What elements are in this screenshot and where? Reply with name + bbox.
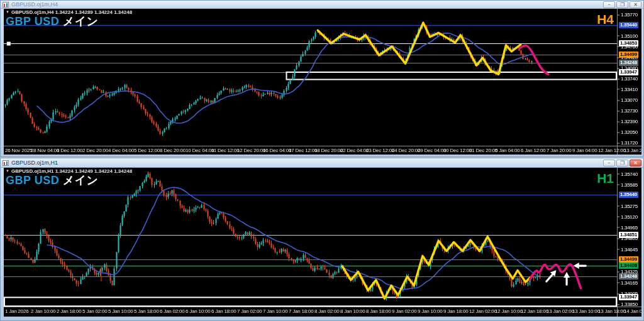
time-tick-label: 23 Dec 12:00 [366, 148, 394, 153]
time-tick-label: 12 Jan 10:00 [495, 308, 523, 314]
time-tick-label: 31 Dec 20:00 [469, 148, 497, 153]
chart-window-h1: GBPUSD.oj1m,H1 – ❐ ✕ ▼GBPUSD.oj1m,H1 1.3… [0, 158, 644, 321]
minimize-button[interactable]: – [603, 1, 615, 8]
price-tick: 1.33070 [621, 97, 638, 103]
time-axis-h4[interactable]: 26 Nov 202528 Nov 04:001 Dec 12:002 Dec … [4, 146, 619, 155]
time-tick-label: 7 Jan 10:00 [263, 308, 288, 314]
time-tick-label: 6 Jan 12:00 [521, 148, 546, 153]
window-title-h4: GBPUSD.oj1m,H4 [11, 1, 58, 8]
time-tick-label: 6 Jan 02:00 [160, 308, 185, 314]
price-level-label: 1.34499 [619, 256, 638, 263]
time-tick-label: 9 Jan 18:00 [443, 308, 469, 314]
time-tick-label: 5 Dec 12:00 [134, 148, 160, 153]
time-tick-label: 5 Jan 10:00 [108, 308, 133, 314]
candlestick-chart-h1[interactable] [4, 168, 641, 317]
price-axis-h1[interactable]: 1.357401.355851.352751.351201.349651.348… [619, 168, 641, 317]
time-tick-label: 16 Dec 04:00 [263, 148, 291, 153]
price-level-label: 1.34851 [619, 232, 638, 238]
time-tick-label: 22 Dec 04:00 [340, 148, 369, 153]
time-tick-label: 10 Dec 04:00 [186, 148, 214, 153]
time-tick-label: 2 Dec 20:00 [82, 148, 108, 153]
mt4-workspace: GBPUSD.oj1m,H4 – ❐ ✕ ▼GBPUSD.oj1m,H4 1.3… [0, 0, 644, 321]
price-level-label: 1.34248 [619, 273, 638, 280]
time-tick-label: 1 Jan 2026 [5, 308, 29, 314]
price-tick: 1.34165 [621, 280, 638, 285]
price-tick: 1.34965 [621, 224, 638, 230]
time-axis-h1[interactable]: 1 Jan 20262 Jan 10:002 Jan 18:005 Jan 02… [4, 307, 619, 315]
price-tick: 1.33410 [621, 86, 638, 92]
time-tick-label: 8 Dec 20:00 [160, 148, 186, 153]
time-tick-label: 1 Dec 12:00 [57, 148, 82, 153]
time-tick-label: 17 Dec 12:00 [289, 148, 317, 153]
chart-window-icon [3, 2, 9, 8]
time-tick-label: 5 Jan 04:00 [495, 148, 520, 153]
time-tick-label: 6 Jan 18:00 [211, 308, 236, 314]
time-tick-label: 8 Jan 10:00 [340, 308, 365, 314]
time-tick-label: 13 Jan 20:00 [624, 148, 641, 153]
time-tick-label: 12 Jan 18:00 [521, 308, 548, 314]
price-level-label: 1.35440 [619, 192, 638, 198]
restore-button[interactable]: ❐ [616, 1, 628, 8]
time-tick-label: 14 Jan 02:00 [624, 308, 641, 314]
price-tick: 1.32730 [621, 108, 638, 114]
time-tick-label: 24 Dec 20:00 [392, 148, 420, 153]
price-tick: 1.35585 [621, 182, 638, 187]
price-tick: 1.33850 [621, 302, 638, 307]
time-tick-label: 12 Jan 12:00 [598, 148, 626, 153]
titlebar-h1[interactable]: GBPUSD.oj1m,H1 – ❐ ✕ [1, 158, 643, 168]
time-tick-label: 13 Jan 10:00 [572, 308, 600, 314]
time-tick-label: 13 Jan 18:00 [598, 308, 626, 314]
chart-window-icon [3, 160, 9, 166]
restore-button[interactable]: ❐ [616, 160, 628, 166]
price-axis-h4[interactable]: 1.357701.351001.347601.344201.340801.337… [619, 9, 641, 155]
time-tick-label: 5 Jan 18:00 [134, 308, 159, 314]
price-tick: 1.32390 [621, 119, 638, 124]
chart-area-h1[interactable]: ▼GBPUSD.oj1m,H1 1.34224 1.34249 1.34224 … [4, 168, 641, 317]
price-tick: 1.35770 [621, 12, 638, 18]
time-tick-label: 7 Jan 02:00 [237, 308, 262, 314]
price-tick: 1.35120 [621, 214, 638, 219]
time-tick-label: 9 Jan 10:00 [418, 308, 443, 314]
time-tick-label: 28 Nov 04:00 [31, 148, 59, 153]
candlestick-chart-h4[interactable] [4, 9, 641, 155]
time-tick-label: 13 Jan 02:00 [547, 308, 574, 314]
time-tick-label: 30 Dec 12:00 [443, 148, 472, 153]
time-tick-label: 9 Jan 02:00 [392, 308, 417, 314]
time-tick-label: 7 Jan 20:00 [547, 148, 572, 153]
time-tick-label: 4 Dec 04:00 [108, 148, 134, 153]
minimize-button[interactable]: – [603, 160, 615, 166]
time-tick-label: 11 Dec 12:00 [211, 148, 240, 153]
price-tick: 1.32050 [621, 129, 638, 135]
chart-area-h4[interactable]: ▼GBPUSD.oj1m,H4 1.34224 1.34289 1.34224 … [4, 9, 641, 155]
close-button[interactable]: ✕ [630, 1, 641, 8]
time-tick-label: 7 Jan 18:00 [289, 308, 314, 314]
price-level-label: 1.35440 [619, 22, 638, 28]
time-tick-label: 9 Jan 04:00 [572, 148, 597, 153]
window-title-h1: GBPUSD.oj1m,H1 [11, 160, 58, 166]
time-tick-label: 26 Nov 2025 [5, 148, 32, 153]
price-tick: 1.35740 [621, 171, 638, 177]
time-tick-label: 6 Jan 10:00 [186, 308, 211, 314]
close-button[interactable]: ✕ [630, 160, 641, 166]
time-tick-label: 12 Dec 20:00 [237, 148, 265, 153]
time-tick-label: 8 Jan 02:00 [314, 308, 340, 314]
price-level-label: 1.33947 [619, 69, 638, 75]
price-tick: 1.35275 [621, 203, 638, 209]
price-tick: 1.33740 [621, 76, 638, 82]
price-level-label: 1.33947 [619, 294, 638, 300]
price-tick: 1.31720 [621, 140, 638, 146]
time-tick-label: 18 Dec 20:00 [314, 148, 343, 153]
time-tick-label: 2 Jan 10:00 [31, 308, 56, 314]
time-tick-label: 5 Jan 02:00 [82, 308, 108, 314]
price-level-label: 1.34408 [619, 263, 638, 269]
price-level-label: 1.34499 [619, 52, 638, 58]
price-level-label: 1.34248 [619, 60, 638, 66]
chart-window-h4: GBPUSD.oj1m,H4 – ❐ ✕ ▼GBPUSD.oj1m,H4 1.3… [0, 0, 644, 157]
titlebar-h4[interactable]: GBPUSD.oj1m,H4 – ❐ ✕ [1, 1, 643, 9]
price-level-label: 1.34853 [619, 40, 638, 46]
time-tick-label: 2 Jan 18:00 [57, 308, 82, 314]
time-tick-label: 12 Jan 02:00 [469, 308, 497, 314]
price-tick: 1.34645 [621, 246, 638, 252]
price-tick: 1.35100 [621, 33, 638, 38]
time-tick-label: 29 Dec 04:00 [418, 148, 446, 153]
